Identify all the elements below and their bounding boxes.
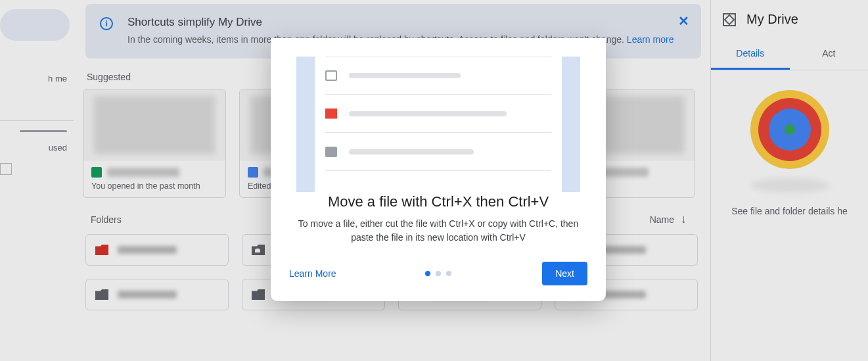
learn-more-link[interactable]: Learn More — [289, 268, 336, 279]
step-dot[interactable] — [436, 271, 441, 276]
modal-illustration — [271, 38, 606, 178]
modal-body: To move a file, either cut the file with… — [297, 217, 580, 245]
modal-title: Move a file with Ctrl+X then Ctrl+V — [285, 193, 591, 210]
folder-icon — [325, 70, 337, 81]
image-icon — [325, 108, 337, 119]
next-button[interactable]: Next — [542, 262, 587, 285]
step-dots — [425, 271, 451, 276]
doc-icon — [325, 147, 337, 157]
step-dot[interactable] — [446, 271, 451, 276]
onboarding-modal: ✕ Move a file with Ctrl+X then Ctr — [271, 38, 606, 301]
step-dot[interactable] — [425, 271, 430, 276]
